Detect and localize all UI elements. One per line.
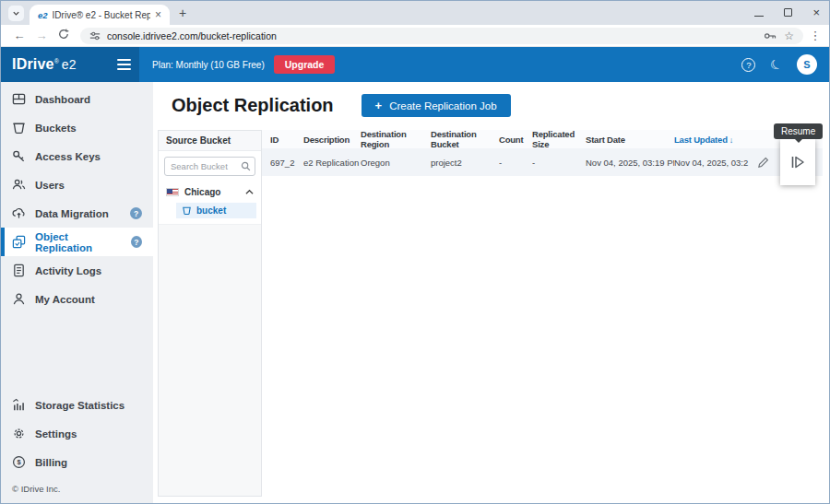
bar-chart-icon: [12, 398, 26, 412]
help-badge-icon[interactable]: ?: [131, 236, 142, 248]
url-text[interactable]: console.idrivee2.com/bucket-replication: [107, 30, 757, 41]
site-favicon: e2: [38, 10, 48, 20]
sort-desc-icon: ↓: [729, 135, 733, 145]
create-replication-job-button[interactable]: + Create Replication Job: [362, 94, 511, 117]
sidebar-item-label: Object Replication: [35, 231, 122, 253]
col-header-id: ID: [270, 135, 303, 145]
copyright-text: © IDrive Inc.: [1, 476, 153, 503]
col-header-last-updated[interactable]: Last Updated↓: [674, 135, 755, 145]
cell-replicated-size: -: [532, 158, 586, 168]
col-header-destination-region: Destination Region: [361, 129, 431, 149]
sidebar-item-users[interactable]: Users: [1, 170, 153, 199]
key-icon: [12, 149, 26, 163]
sidebar-item-data-migration[interactable]: Data Migration ?: [1, 199, 153, 228]
new-tab-button[interactable]: +: [179, 6, 186, 20]
url-bar: ← → console.idrivee2.com/bucket-replicat…: [1, 25, 829, 47]
bucket-small-icon: [182, 205, 192, 216]
upgrade-button[interactable]: Upgrade: [274, 55, 336, 74]
users-icon: [12, 178, 26, 192]
tab-search-button[interactable]: [8, 6, 24, 21]
logo-block: IDrive®e2: [1, 47, 139, 82]
browser-menu-icon[interactable]: ⋮: [809, 29, 822, 42]
tab-title: IDrive® e2 - Bucket Replication: [53, 10, 150, 20]
sidebar-item-object-replication[interactable]: Object Replication ?: [1, 228, 153, 256]
sidebar-item-billing[interactable]: $ Billing: [1, 448, 153, 476]
col-header-replicated-size: Replicated Size: [532, 129, 586, 149]
help-icon[interactable]: ?: [741, 58, 755, 72]
header-right: ? ☾ S: [741, 54, 817, 75]
sidebar-item-label: Data Migration: [35, 208, 109, 219]
window-controls: ×: [754, 4, 820, 20]
sidebar-item-access-keys[interactable]: Access Keys: [1, 142, 153, 170]
svg-text:$: $: [17, 458, 21, 466]
sidebar-item-label: Activity Logs: [35, 265, 101, 276]
edit-pencil-icon[interactable]: [757, 157, 769, 169]
tab-close-icon[interactable]: ×: [155, 8, 161, 21]
cell-destination-bucket: project2: [431, 158, 499, 168]
chevron-down-icon: [12, 9, 20, 18]
region-node-chicago[interactable]: Chicago: [159, 182, 261, 201]
gear-icon: [12, 427, 26, 440]
sidebar-item-buckets[interactable]: Buckets: [1, 113, 153, 142]
omnibox[interactable]: console.idrivee2.com/bucket-replication …: [80, 28, 803, 44]
table-row[interactable]: 697_2 e2 Replication Oregon project2 - -…: [262, 148, 823, 176]
maximize-icon[interactable]: [784, 8, 792, 17]
main-content: Object Replication + Create Replication …: [153, 82, 829, 503]
search-icon: [241, 161, 251, 171]
browser-tab[interactable]: e2 IDrive® e2 - Bucket Replication ×: [30, 5, 170, 25]
col-header-description: Description: [303, 135, 361, 145]
resume-button[interactable]: [780, 139, 815, 185]
sidebar-item-label: My Account: [35, 294, 95, 305]
col-header-destination-bucket: Destination Bucket: [431, 129, 499, 149]
cloud-migration-icon: [12, 206, 26, 220]
panel-filler: [159, 224, 261, 496]
cell-start-date: Nov 04, 2025, 03:19 PM: [586, 158, 674, 168]
resume-tooltip: Resume: [774, 123, 823, 139]
sidebar-item-storage-statistics[interactable]: Storage Statistics: [1, 391, 153, 419]
sidebar-item-label: Access Keys: [35, 151, 101, 162]
col-header-count: Count: [499, 135, 532, 145]
dashboard-icon: [12, 92, 26, 106]
sidebar-item-my-account[interactable]: My Account: [1, 285, 153, 313]
bucket-node-selected[interactable]: bucket: [176, 203, 256, 218]
bookmark-star-icon[interactable]: ☆: [784, 29, 794, 42]
sidebar-item-label: Users: [35, 180, 65, 191]
window-close-icon[interactable]: ×: [812, 6, 820, 19]
sidebar-item-label: Storage Statistics: [35, 400, 125, 411]
dark-mode-moon-icon[interactable]: ☾: [768, 55, 785, 74]
sidebar-item-label: Billing: [35, 457, 67, 468]
cell-id: 697_2: [270, 158, 303, 168]
back-icon[interactable]: ←: [8, 29, 30, 42]
browser-window: e2 IDrive® e2 - Bucket Replication × + ×…: [0, 0, 830, 504]
plus-icon: +: [375, 99, 383, 112]
region-label: Chicago: [184, 187, 220, 197]
minimize-icon[interactable]: [754, 16, 764, 17]
password-key-icon[interactable]: [764, 30, 777, 41]
user-avatar[interactable]: S: [797, 54, 817, 75]
sidebar-item-activity-logs[interactable]: Activity Logs: [1, 256, 153, 285]
cell-count: -: [499, 158, 532, 168]
hamburger-menu-icon[interactable]: [117, 59, 131, 70]
app-header: IDrive®e2 Plan: Monthly (10 GB Free) Upg…: [1, 47, 829, 82]
bucket-icon: [12, 121, 26, 135]
chevron-up-icon[interactable]: [245, 189, 254, 195]
page-title: Object Replication: [172, 95, 334, 116]
plan-label: Plan: Monthly (10 GB Free): [152, 60, 265, 70]
document-log-icon: [12, 264, 26, 277]
cell-last-updated: Nov 04, 2025, 03:2: [674, 158, 755, 168]
sidebar-item-dashboard[interactable]: Dashboard: [1, 85, 153, 113]
forward-icon[interactable]: →: [30, 29, 53, 42]
replication-table: ID Description Destination Region Destin…: [262, 130, 823, 497]
site-settings-icon[interactable]: [89, 30, 101, 41]
row-actions: Resume: [755, 148, 823, 176]
refresh-icon[interactable]: [53, 29, 75, 42]
cell-description: e2 Replication: [303, 158, 361, 168]
object-replication-icon: [12, 235, 26, 249]
sidebar-item-label: Buckets: [35, 123, 77, 134]
resume-play-icon: [788, 153, 807, 171]
table-header-row: ID Description Destination Region Destin…: [262, 130, 823, 148]
cell-destination-region: Oregon: [361, 158, 431, 168]
sidebar-item-settings[interactable]: Settings: [1, 419, 153, 448]
help-badge-icon[interactable]: ?: [130, 207, 142, 219]
us-flag-icon: [166, 188, 179, 196]
